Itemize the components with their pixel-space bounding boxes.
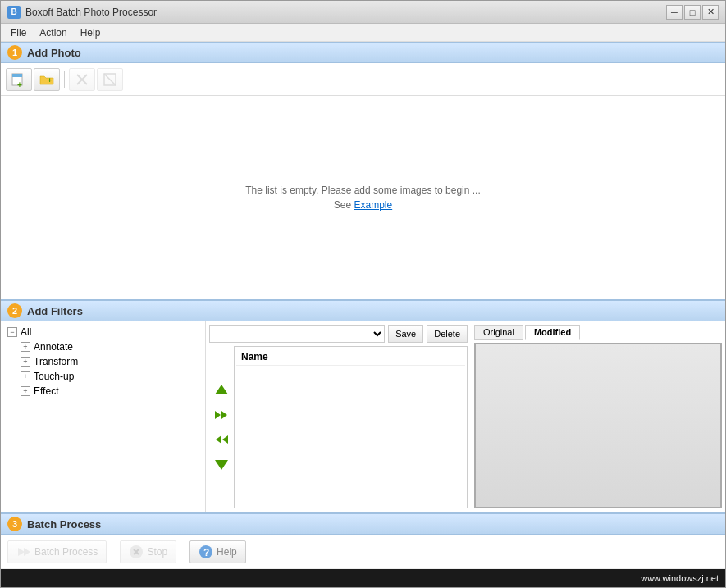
svg-marker-13 [215,460,228,470]
fast-rewind-icon [214,432,229,447]
filter-select[interactable] [209,325,385,343]
stop-label: Stop [147,546,167,558]
tree-item-annotate[interactable]: + Annotate [17,340,202,354]
fast-forward-icon [214,408,229,422]
section1-title: Add Photo [27,47,81,59]
example-link[interactable]: Example [354,199,393,211]
title-bar: B Boxoft Batch Photo Processor ─ □ ✕ [1,1,725,24]
tree-expand-annotate[interactable]: + [21,342,30,352]
filters-body: − All + Annotate + Transform + Touch-up … [1,321,725,512]
filter-arrows [209,346,234,508]
svg-text:+: + [17,80,22,88]
photo-drop-area: The list is empty. Please add some image… [1,96,725,299]
filters-tree: − All + Annotate + Transform + Touch-up … [1,321,206,512]
stop-icon [129,545,144,559]
menu-file[interactable]: File [4,25,33,39]
section3-title: Batch Process [27,518,101,531]
tree-label-transform: Transform [34,356,78,367]
window-controls: ─ □ ✕ [666,5,719,20]
menu-action[interactable]: Action [33,25,73,39]
section2-number: 2 [7,303,22,318]
section2-title: Add Filters [27,305,83,317]
svg-marker-11 [222,435,228,444]
batch-toolbar: Batch Process Stop ? Help [1,535,725,569]
svg-marker-15 [24,548,30,556]
batch-process-header: 3 Batch Process [1,513,725,535]
filter-list-header: Name [236,349,465,366]
tree-label-annotate: Annotate [34,341,73,353]
empty-state: The list is empty. Please add some image… [245,185,481,211]
tab-modified[interactable]: Modified [525,325,580,340]
tab-original[interactable]: Original [474,325,523,340]
svg-marker-8 [215,385,228,394]
app-icon: B [7,6,21,19]
tree-expand-transform[interactable]: + [21,357,30,367]
add-files-button[interactable]: + [6,68,32,91]
tree-label-effect: Effect [34,385,58,397]
example-row: See Example [245,199,481,211]
save-filter-button[interactable]: Save [388,325,423,343]
tree-item-effect[interactable]: + Effect [17,384,202,399]
preview-area: Original Modified [471,321,725,512]
filters-middle: Save Delete [206,321,471,512]
arrow-up-icon [214,383,229,398]
remove-icon [74,71,90,88]
batch-process-icon [16,545,31,559]
maximize-button[interactable]: □ [684,5,701,20]
tree-label-touchup: Touch-up [34,371,74,382]
toolbar-separator [64,71,65,88]
menu-help[interactable]: Help [74,25,107,39]
svg-marker-9 [215,411,221,419]
batch-section: 3 Batch Process Batch Process Stop [1,512,725,569]
tree-label-all: All [21,326,31,338]
close-button[interactable]: ✕ [702,5,719,20]
minimize-button[interactable]: ─ [666,5,683,20]
clear-button[interactable] [97,68,123,91]
help-button[interactable]: ? Help [189,540,246,563]
move-down-button[interactable] [212,455,231,473]
tree-item-transform[interactable]: + Transform [17,354,202,369]
empty-message: The list is empty. Please add some image… [245,185,481,196]
filters-section: 2 Add Filters − All + Annotate + Transfo… [1,299,725,512]
batch-process-button[interactable]: Batch Process [7,540,107,563]
delete-filter-button[interactable]: Delete [427,325,468,343]
help-icon: ? [199,545,213,559]
filter-list-container: Name [209,346,468,508]
window-title: Boxoft Batch Photo Processor [25,7,157,18]
add-folder-button[interactable]: + [34,68,60,91]
tree-item-all[interactable]: − All [4,325,202,340]
title-bar-left: B Boxoft Batch Photo Processor [7,6,157,19]
remove-button[interactable] [69,68,95,91]
section3-number: 3 [7,517,22,531]
svg-marker-12 [216,435,221,444]
help-label: Help [217,546,237,558]
filters-toolbar: Save Delete [209,325,468,343]
svg-rect-1 [12,74,22,77]
tree-expand-all[interactable]: − [7,327,17,337]
svg-text:+: + [48,76,52,84]
section1-number: 1 [7,45,22,60]
see-label: See [334,199,351,211]
move-right-button[interactable] [212,406,231,424]
main-window: B Boxoft Batch Photo Processor ─ □ ✕ Fil… [0,0,726,588]
batch-process-label: Batch Process [34,546,98,558]
add-filters-header: 2 Add Filters [1,300,725,321]
move-up-button[interactable] [212,381,231,399]
clear-icon [102,71,118,88]
tree-expand-effect[interactable]: + [21,386,30,396]
watermark-text: www.windowszj.net [641,573,719,583]
stop-button[interactable]: Stop [120,540,176,563]
watermark-footer: www.windowszj.net [1,569,725,587]
preview-image [474,343,722,508]
tree-item-touchup[interactable]: + Touch-up [17,369,202,384]
preview-tabs: Original Modified [474,325,722,340]
add-photo-header: 1 Add Photo [1,42,725,63]
photo-toolbar: + + [1,63,725,96]
tree-expand-touchup[interactable]: + [21,371,30,381]
arrow-down-icon [214,457,229,472]
menu-bar: File Action Help [1,24,725,42]
svg-line-7 [104,74,116,85]
add-folder-icon: + [39,71,55,88]
add-files-icon: + [11,71,27,88]
move-left-button[interactable] [212,431,231,449]
